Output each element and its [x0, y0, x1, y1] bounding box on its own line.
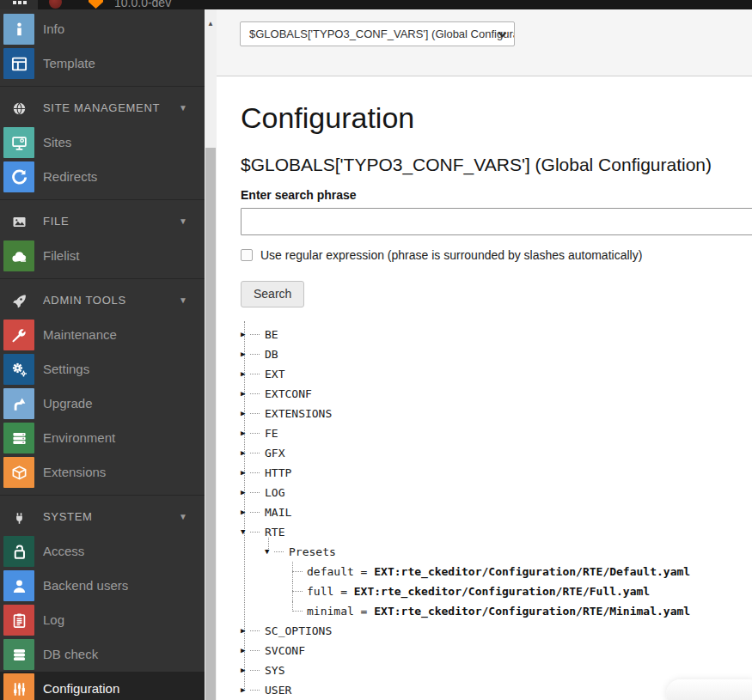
- tree-expand-icon[interactable]: ▶: [241, 666, 249, 674]
- configuration-tree: ▶BE▶DB▶EXT▶EXTCONF▶EXTENSIONS▶FE▶GFX▶HTT…: [241, 325, 728, 700]
- sidebar-item-upgrade[interactable]: Upgrade: [0, 387, 205, 421]
- tree-node-label[interactable]: SC_OPTIONS: [265, 624, 332, 637]
- module-menu-toggle-button[interactable]: [0, 0, 38, 9]
- sidebar-item-label: Info: [43, 12, 64, 46]
- scrollbar-up-arrow-icon[interactable]: ▲: [205, 20, 217, 28]
- tree-connector: [250, 374, 260, 374]
- tree-node-extensions: ▶EXTENSIONS: [241, 404, 728, 423]
- sidebar-item-label: Filelist: [43, 239, 80, 273]
- section-header-file[interactable]: FILE▼: [0, 204, 205, 239]
- module-menu: InfoTemplateSITE MANAGEMENT▼SitesRedirec…: [0, 9, 205, 700]
- tree-expand-icon[interactable]: ▶: [241, 389, 249, 398]
- module-menu-section-admin-tools: ADMIN TOOLS▼MaintenanceSettingsUpgradeEn…: [0, 278, 205, 490]
- grid-icon: [23, 1, 27, 4]
- access-icon: [3, 536, 34, 567]
- sidebar-item-configuration[interactable]: Configuration: [0, 672, 205, 700]
- sidebar-item-info[interactable]: Info: [0, 12, 205, 46]
- sidebar-item-settings[interactable]: Settings: [0, 352, 205, 387]
- tree-expand-icon[interactable]: ▶: [241, 429, 249, 437]
- sidebar-item-access[interactable]: Access: [0, 534, 205, 569]
- tree-expand-icon[interactable]: ▶: [241, 369, 249, 378]
- sidebar-item-backend-users[interactable]: Backend users: [0, 569, 205, 603]
- tree-expand-icon[interactable]: ▶: [241, 350, 249, 358]
- sidebar-item-extensions[interactable]: Extensions: [0, 455, 205, 490]
- tree-expand-icon[interactable]: ▶: [241, 448, 249, 457]
- tree-node-label[interactable]: default: [307, 565, 354, 578]
- section-header-site-management[interactable]: SITE MANAGEMENT▼: [0, 91, 205, 125]
- tree-expand-icon[interactable]: ▶: [241, 468, 249, 477]
- avatar[interactable]: [49, 0, 62, 9]
- tree-node-http: ▶HTTP: [241, 463, 728, 483]
- tree-node-label[interactable]: FE: [265, 427, 278, 440]
- equals-sign: =: [354, 605, 374, 618]
- scrollbar-thumb[interactable]: [205, 148, 216, 700]
- tree-node-label[interactable]: SVCONF: [265, 644, 305, 657]
- environment-icon: [3, 423, 34, 453]
- tree-node-sc-options: ▶SC_OPTIONS: [241, 621, 728, 641]
- tree-row-minimal: minimal = EXT:rte_ckeditor/Configuration…: [289, 601, 728, 621]
- sidebar-item-label: Settings: [43, 352, 89, 387]
- section-header-label: SITE MANAGEMENT: [43, 91, 160, 125]
- tree-collapse-icon[interactable]: ▼: [241, 527, 249, 536]
- upgrade-icon: [3, 388, 34, 419]
- tree-connector: [289, 581, 303, 601]
- tree-row-presets: ▼Presets: [265, 542, 728, 562]
- tree-node-label[interactable]: SYS: [265, 664, 284, 677]
- tree-collapse-icon[interactable]: ▼: [265, 547, 273, 556]
- sidebar-item-label: Access: [43, 534, 84, 569]
- sidebar-item-db-check[interactable]: DB check: [0, 637, 205, 672]
- tree-node-label[interactable]: GFX: [265, 447, 284, 460]
- tree-expand-icon[interactable]: ▶: [241, 508, 249, 516]
- tree-connector: [250, 670, 260, 671]
- search-button[interactable]: Search: [241, 281, 304, 307]
- tree-node-label[interactable]: RTE: [265, 526, 284, 539]
- regex-checkbox[interactable]: [241, 249, 253, 261]
- tree-node-sys: ▶SYS: [241, 660, 728, 680]
- tree-expand-icon[interactable]: ▶: [241, 685, 249, 694]
- tree-row-http: ▶HTTP: [241, 463, 728, 483]
- sidebar-item-redirects[interactable]: Redirects: [0, 160, 205, 194]
- tree-expand-icon[interactable]: ▶: [241, 330, 249, 338]
- tree-connector: [250, 334, 260, 335]
- tree-node-label[interactable]: full: [307, 585, 333, 598]
- caret-down-icon: ▼: [179, 283, 187, 318]
- tree-row-user: ▶USER: [241, 680, 728, 700]
- tree-row-log: ▶LOG: [241, 483, 728, 502]
- sidebar-item-template[interactable]: Template: [0, 46, 205, 81]
- tree-node-label[interactable]: MAIL: [265, 506, 291, 519]
- tree-node-value: EXT:rte_ckeditor/Configuration/RTE/Defau…: [374, 565, 690, 578]
- caret-down-icon: ▼: [179, 91, 187, 125]
- tree-expand-icon[interactable]: ▶: [241, 409, 249, 417]
- tree-children-of-rte: ▼Presetsdefault = EXT:rte_ckeditor/Confi…: [265, 542, 728, 621]
- sidebar-scrollbar[interactable]: ▲: [205, 9, 217, 700]
- sidebar-item-sites[interactable]: Sites: [0, 125, 205, 160]
- tree-expand-icon[interactable]: ▶: [241, 646, 249, 654]
- tree-node-label[interactable]: BE: [265, 328, 278, 341]
- tree-node-label[interactable]: EXTENSIONS: [265, 407, 332, 420]
- tree-node-label[interactable]: EXT: [265, 368, 284, 380]
- tree-node-label[interactable]: minimal: [307, 605, 354, 618]
- tree-expand-icon[interactable]: ▶: [241, 626, 249, 635]
- template-icon: [3, 48, 34, 79]
- tree-connector: [250, 690, 260, 691]
- tree-row-fe: ▶FE: [241, 423, 728, 443]
- tree-row-sc-options: ▶SC_OPTIONS: [241, 621, 728, 641]
- section-header-system[interactable]: SYSTEM▼: [0, 500, 205, 534]
- sidebar-item-maintenance[interactable]: Maintenance: [0, 318, 205, 352]
- section-header-label: FILE: [43, 204, 69, 239]
- tree-node-label[interactable]: LOG: [265, 486, 284, 499]
- tree-node-label[interactable]: USER: [265, 684, 291, 697]
- sidebar-item-environment[interactable]: Environment: [0, 421, 205, 455]
- tree-node-label[interactable]: HTTP: [265, 466, 291, 479]
- sidebar-item-log[interactable]: Log: [0, 603, 205, 637]
- search-input[interactable]: [241, 208, 752, 235]
- section-header-admin-tools[interactable]: ADMIN TOOLS▼: [0, 283, 205, 318]
- sidebar-item-filelist[interactable]: Filelist: [0, 239, 205, 273]
- typo3-logo-icon: [89, 0, 103, 9]
- tree-node-label[interactable]: Presets: [289, 545, 336, 558]
- configuration-section-select[interactable]: $GLOBALS['TYPO3_CONF_VARS'] (Global Conf…: [240, 21, 515, 46]
- tree-expand-icon[interactable]: ▶: [241, 488, 249, 496]
- tree-node-label[interactable]: EXTCONF: [265, 387, 312, 400]
- tree-node-label[interactable]: DB: [265, 348, 278, 361]
- tree-connector: [250, 453, 260, 453]
